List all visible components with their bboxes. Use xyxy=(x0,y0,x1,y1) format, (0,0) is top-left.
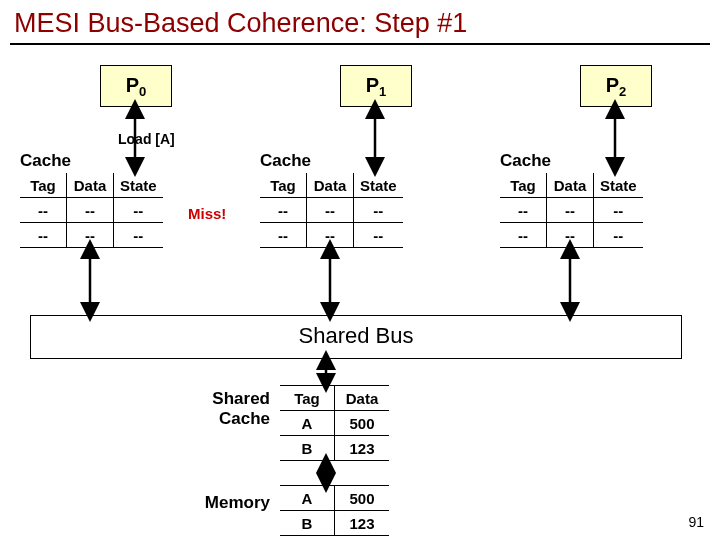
col-tag: Tag xyxy=(260,173,307,198)
col-state: State xyxy=(114,173,163,198)
table-row: -- -- -- xyxy=(500,223,643,248)
table-row: A 500 xyxy=(280,411,389,436)
cache-label-p1: Cache xyxy=(260,151,450,171)
miss-annotation: Miss! xyxy=(188,205,226,222)
col-state: State xyxy=(354,173,403,198)
processor-p0: P0 xyxy=(100,65,172,107)
cache-table-p0: Tag Data State -- -- -- -- -- -- xyxy=(20,173,163,248)
col-tag: Tag xyxy=(280,386,335,411)
col-data: Data xyxy=(335,386,390,411)
col-data: Data xyxy=(547,173,594,198)
col-state: State xyxy=(594,173,643,198)
cache-block-p1: Cache Tag Data State -- -- -- -- -- -- xyxy=(260,151,450,248)
shared-cache-label: Shared Cache xyxy=(180,389,270,429)
table-row: -- -- -- xyxy=(20,198,163,223)
col-data: Data xyxy=(67,173,114,198)
p2-letter: P xyxy=(606,74,619,96)
p1-letter: P xyxy=(366,74,379,96)
p1-sub: 1 xyxy=(379,84,386,99)
col-tag: Tag xyxy=(20,173,67,198)
shared-bus-box: Shared Bus xyxy=(30,315,682,359)
memory-table: A 500 B 123 xyxy=(280,485,389,536)
cache-table-p1: Tag Data State -- -- -- -- -- -- xyxy=(260,173,403,248)
table-row: Tag Data State xyxy=(500,173,643,198)
table-row: -- -- -- xyxy=(260,223,403,248)
cache-label-p2: Cache xyxy=(500,151,690,171)
table-row: B 123 xyxy=(280,511,389,536)
shared-cache-label-line1: Shared xyxy=(212,389,270,408)
p0-letter: P xyxy=(126,74,139,96)
title-rule xyxy=(10,43,710,45)
table-row: -- -- -- xyxy=(500,198,643,223)
processor-p2: P2 xyxy=(580,65,652,107)
cache-table-p2: Tag Data State -- -- -- -- -- -- xyxy=(500,173,643,248)
col-tag: Tag xyxy=(500,173,547,198)
cache-label-p0: Cache xyxy=(20,151,210,171)
cache-block-p0: Cache Tag Data State -- -- -- -- -- -- xyxy=(20,151,210,248)
shared-cache-table: Tag Data A 500 B 123 xyxy=(280,385,389,461)
col-data: Data xyxy=(307,173,354,198)
table-row: Tag Data xyxy=(280,386,389,411)
table-row: B 123 xyxy=(280,436,389,461)
processor-p1: P1 xyxy=(340,65,412,107)
memory-label: Memory xyxy=(180,493,270,513)
connector-arrows xyxy=(10,45,710,540)
cache-block-p2: Cache Tag Data State -- -- -- -- -- -- xyxy=(500,151,690,248)
load-annotation: Load [A] xyxy=(118,131,175,147)
p2-sub: 2 xyxy=(619,84,626,99)
slide-title: MESI Bus-Based Coherence: Step #1 xyxy=(0,0,720,43)
table-row: Tag Data State xyxy=(20,173,163,198)
table-row: Tag Data State xyxy=(260,173,403,198)
table-row: -- -- -- xyxy=(20,223,163,248)
shared-cache-label-line2: Cache xyxy=(219,409,270,428)
table-row: A 500 xyxy=(280,486,389,511)
table-row: -- -- -- xyxy=(260,198,403,223)
slide-number: 91 xyxy=(688,514,704,530)
p0-sub: 0 xyxy=(139,84,146,99)
